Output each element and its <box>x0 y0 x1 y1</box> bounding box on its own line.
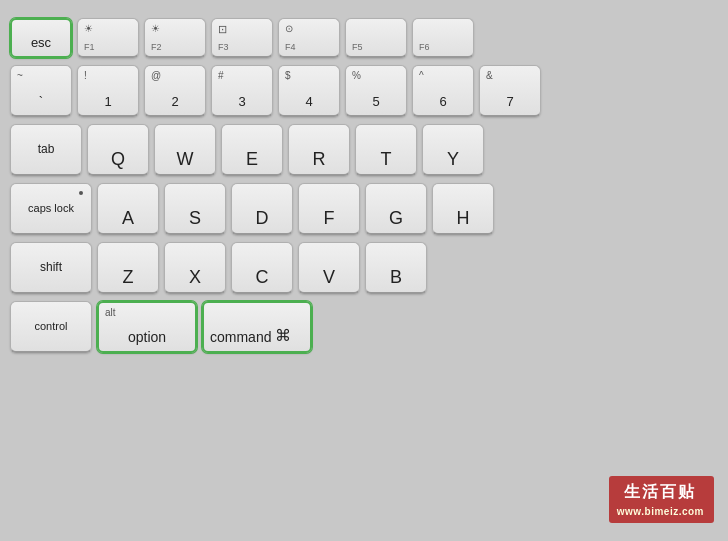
a-key[interactable]: A <box>97 183 159 235</box>
ampersand-key[interactable]: & 7 <box>479 65 541 117</box>
f2-label: F2 <box>151 42 162 52</box>
s-label: S <box>171 208 219 229</box>
f2-icon: ☀ <box>151 23 160 34</box>
tab-label: tab <box>17 142 75 156</box>
hash-label: # <box>218 70 224 81</box>
watermark-url: www.bimeiz.com <box>617 504 704 519</box>
dollar-label: $ <box>285 70 291 81</box>
shift-key[interactable]: shift <box>10 242 92 294</box>
t-label: T <box>362 149 410 170</box>
d-key[interactable]: D <box>231 183 293 235</box>
v-key[interactable]: V <box>298 242 360 294</box>
x-key[interactable]: X <box>164 242 226 294</box>
f4-icon: ⊙ <box>285 23 293 34</box>
zxcv-row: shift Z X C V B <box>10 242 718 294</box>
f4-key[interactable]: ⊙ F4 <box>278 18 340 58</box>
g-key[interactable]: G <box>365 183 427 235</box>
tilde-top: ~ <box>17 70 23 81</box>
at-label: @ <box>151 70 161 81</box>
command-key[interactable]: command ⌘ <box>202 301 312 353</box>
7-label: 7 <box>486 94 534 109</box>
s-key[interactable]: S <box>164 183 226 235</box>
f-key[interactable]: F <box>298 183 360 235</box>
option-label: option <box>105 329 189 345</box>
asdf-row: caps lock A S D F G H <box>10 183 718 235</box>
z-key[interactable]: Z <box>97 242 159 294</box>
esc-key[interactable]: esc <box>10 18 72 58</box>
c-key[interactable]: C <box>231 242 293 294</box>
q-label: Q <box>94 149 142 170</box>
exclaim-label: ! <box>84 70 87 81</box>
f2-key[interactable]: ☀ F2 <box>144 18 206 58</box>
amp-label: & <box>486 70 493 81</box>
v-label: V <box>305 267 353 288</box>
y-key[interactable]: Y <box>422 124 484 176</box>
a-label: A <box>104 208 152 229</box>
3-key[interactable]: # 3 <box>211 65 273 117</box>
f6-label: F6 <box>419 42 430 52</box>
1-key[interactable]: ! 1 <box>77 65 139 117</box>
f6-key[interactable]: F6 <box>412 18 474 58</box>
d-label: D <box>238 208 286 229</box>
command-label: command <box>210 329 271 345</box>
y-label: Y <box>429 149 477 170</box>
4-key[interactable]: $ 4 <box>278 65 340 117</box>
control-key[interactable]: control <box>10 301 92 353</box>
w-label: W <box>161 149 209 170</box>
w-key[interactable]: W <box>154 124 216 176</box>
keyboard-background: esc ☀ F1 ☀ F2 ⊡ F3 ⊙ F4 F5 F6 ~ ` <box>0 0 728 541</box>
t-key[interactable]: T <box>355 124 417 176</box>
z-label: Z <box>104 267 152 288</box>
f3-key[interactable]: ⊡ F3 <box>211 18 273 58</box>
alt-label: alt <box>105 307 116 318</box>
f3-label: F3 <box>218 42 229 52</box>
f-label: F <box>305 208 353 229</box>
esc-label: esc <box>18 35 64 50</box>
r-key[interactable]: R <box>288 124 350 176</box>
f5-key[interactable]: F5 <box>345 18 407 58</box>
6-key[interactable]: ^ 6 <box>412 65 474 117</box>
5-key[interactable]: % 5 <box>345 65 407 117</box>
qwerty-row: tab Q W E R T Y <box>10 124 718 176</box>
h-label: H <box>439 208 487 229</box>
option-key[interactable]: alt option <box>97 301 197 353</box>
h-key[interactable]: H <box>432 183 494 235</box>
3-label: 3 <box>218 94 266 109</box>
f4-label: F4 <box>285 42 296 52</box>
f1-key[interactable]: ☀ F1 <box>77 18 139 58</box>
bottom-row: control alt option command ⌘ <box>10 301 718 353</box>
f5-label: F5 <box>352 42 363 52</box>
e-key[interactable]: E <box>221 124 283 176</box>
q-key[interactable]: Q <box>87 124 149 176</box>
caps-label: caps lock <box>17 202 85 214</box>
g-label: G <box>372 208 420 229</box>
2-key[interactable]: @ 2 <box>144 65 206 117</box>
1-label: 1 <box>84 94 132 109</box>
b-label: B <box>372 267 420 288</box>
4-label: 4 <box>285 94 333 109</box>
fn-row: esc ☀ F1 ☀ F2 ⊡ F3 ⊙ F4 F5 F6 <box>10 18 718 58</box>
2-label: 2 <box>151 94 199 109</box>
command-symbol: ⌘ <box>275 326 291 345</box>
f3-icon: ⊡ <box>218 23 227 36</box>
caps-lock-key[interactable]: caps lock <box>10 183 92 235</box>
caret-label: ^ <box>419 70 424 81</box>
f1-label: F1 <box>84 42 95 52</box>
5-label: 5 <box>352 94 400 109</box>
tilde-bottom: ` <box>17 94 65 109</box>
percent-label: % <box>352 70 361 81</box>
e-label: E <box>228 149 276 170</box>
x-label: X <box>171 267 219 288</box>
tilde-key[interactable]: ~ ` <box>10 65 72 117</box>
b-key[interactable]: B <box>365 242 427 294</box>
r-label: R <box>295 149 343 170</box>
tab-key[interactable]: tab <box>10 124 82 176</box>
f1-icon: ☀ <box>84 23 93 34</box>
caps-indicator <box>79 191 83 195</box>
control-label: control <box>17 320 85 332</box>
shift-label: shift <box>17 260 85 274</box>
number-row: ~ ` ! 1 @ 2 # 3 $ 4 % 5 ^ 6 & 7 <box>10 65 718 117</box>
watermark: 生活百贴 www.bimeiz.com <box>609 476 714 523</box>
6-label: 6 <box>419 94 467 109</box>
c-label: C <box>238 267 286 288</box>
